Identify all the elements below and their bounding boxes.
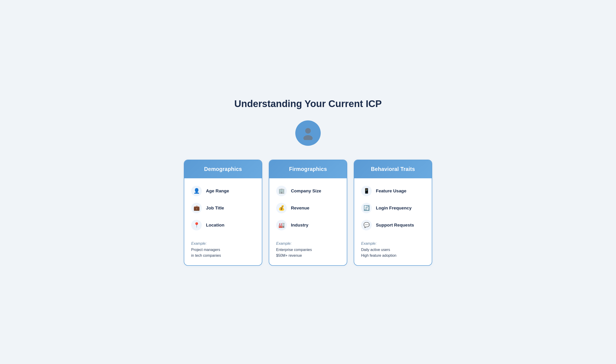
job-title-icon: 💼 xyxy=(191,203,202,213)
job-title-label: Job Title xyxy=(206,206,224,211)
age-range-label: Age Range xyxy=(206,188,229,194)
trait-item-feature-usage: 📱Feature Usage xyxy=(361,186,425,196)
card-body-behavioral-traits: 📱Feature Usage🔄Login Frequency💬Support R… xyxy=(354,178,432,265)
feature-usage-label: Feature Usage xyxy=(376,188,406,194)
card-body-demographics: 👤Age Range💼Job Title📍LocationExample:Pro… xyxy=(184,178,262,265)
cards-row: Demographics👤Age Range💼Job Title📍Locatio… xyxy=(181,160,435,266)
person-icon xyxy=(301,126,315,140)
feature-usage-icon: 📱 xyxy=(361,186,372,196)
card-header-demographics: Demographics xyxy=(184,160,262,178)
card-header-behavioral-traits: Behavioral Traits xyxy=(354,160,432,178)
svg-point-0 xyxy=(305,128,311,134)
card-header-title-firmographics: Firmographics xyxy=(274,166,342,172)
trait-list-demographics: 👤Age Range💼Job Title📍Location xyxy=(191,186,255,230)
card-demographics: Demographics👤Age Range💼Job Title📍Locatio… xyxy=(184,160,262,266)
login-frequency-label: Login Frequency xyxy=(376,206,412,211)
location-icon: 📍 xyxy=(191,220,202,230)
trait-list-behavioral-traits: 📱Feature Usage🔄Login Frequency💬Support R… xyxy=(361,186,425,230)
age-range-icon: 👤 xyxy=(191,186,202,196)
example-label-firmographics: Example: xyxy=(276,242,340,246)
company-size-icon: 🏢 xyxy=(276,186,287,196)
industry-icon: 🏭 xyxy=(276,220,287,230)
trait-item-company-size: 🏢Company Size xyxy=(276,186,340,196)
page-title: Understanding Your Current ICP xyxy=(234,98,382,109)
trait-item-age-range: 👤Age Range xyxy=(191,186,255,196)
trait-item-job-title: 💼Job Title xyxy=(191,203,255,213)
example-label-demographics: Example: xyxy=(191,242,255,246)
card-firmographics: Firmographics🏢Company Size💰Revenue🏭Indus… xyxy=(269,160,347,266)
example-label-behavioral-traits: Example: xyxy=(361,242,425,246)
revenue-icon: 💰 xyxy=(276,203,287,213)
card-body-firmographics: 🏢Company Size💰Revenue🏭IndustryExample:En… xyxy=(269,178,347,265)
avatar xyxy=(295,120,321,146)
trait-item-location: 📍Location xyxy=(191,220,255,230)
card-header-title-demographics: Demographics xyxy=(189,166,257,172)
example-text-behavioral-traits: Daily active usersHigh feature adoption xyxy=(361,247,425,259)
industry-label: Industry xyxy=(291,223,308,228)
support-requests-label: Support Requests xyxy=(376,223,414,228)
example-section-firmographics: Example:Enterprise companies$50M+ revenu… xyxy=(276,237,340,259)
location-label: Location xyxy=(206,223,224,228)
revenue-label: Revenue xyxy=(291,206,309,211)
company-size-label: Company Size xyxy=(291,188,321,194)
trait-item-revenue: 💰Revenue xyxy=(276,203,340,213)
trait-item-industry: 🏭Industry xyxy=(276,220,340,230)
trait-list-firmographics: 🏢Company Size💰Revenue🏭Industry xyxy=(276,186,340,230)
example-text-demographics: Project managersin tech companies xyxy=(191,247,255,259)
card-behavioral-traits: Behavioral Traits📱Feature Usage🔄Login Fr… xyxy=(354,160,432,266)
card-header-firmographics: Firmographics xyxy=(269,160,347,178)
login-frequency-icon: 🔄 xyxy=(361,203,372,213)
trait-item-support-requests: 💬Support Requests xyxy=(361,220,425,230)
svg-point-1 xyxy=(303,135,313,140)
trait-item-login-frequency: 🔄Login Frequency xyxy=(361,203,425,213)
example-text-firmographics: Enterprise companies$50M+ revenue xyxy=(276,247,340,259)
card-header-title-behavioral-traits: Behavioral Traits xyxy=(359,166,427,172)
example-section-behavioral-traits: Example:Daily active usersHigh feature a… xyxy=(361,237,425,259)
support-requests-icon: 💬 xyxy=(361,220,372,230)
example-section-demographics: Example:Project managersin tech companie… xyxy=(191,237,255,259)
page-container: Understanding Your Current ICP Demograph… xyxy=(181,98,435,266)
